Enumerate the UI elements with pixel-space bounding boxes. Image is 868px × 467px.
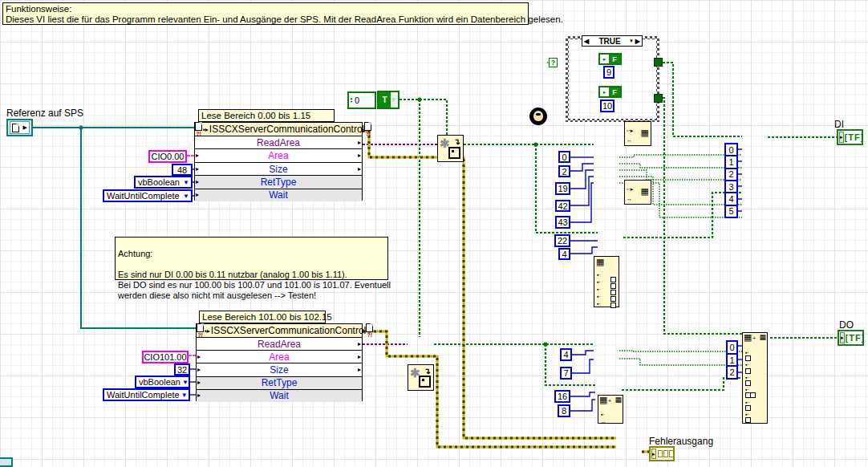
- di-indicator[interactable]: ▸ [TF]: [837, 129, 863, 145]
- refnum-arrow-icon: ▶: [23, 124, 27, 131]
- di-index-constant-0[interactable]: 0: [558, 151, 570, 163]
- dropdown-icon[interactable]: ▼: [180, 392, 189, 399]
- invoke1-row-size[interactable]: ▸Size▸: [195, 163, 362, 176]
- error-output-indicator[interactable]: ▸: [649, 446, 675, 461]
- case-prev-arrow-icon[interactable]: ◀: [582, 38, 590, 45]
- invoke-node-readarea-1[interactable]: ?! ▪▸ ISSCXServerCommunicationControl ?!…: [194, 122, 363, 201]
- di-label: DI: [834, 119, 844, 130]
- do-index-constant-0[interactable]: 4: [560, 348, 572, 361]
- invoke2-row-area[interactable]: ▸Area▸: [197, 351, 362, 363]
- initialize-array-node-2[interactable]: ▫·▸ ↔ ▦: [624, 180, 651, 205]
- bool-array-constant-index[interactable]: ▲▼ 0: [347, 91, 376, 109]
- data-box-icon: [448, 147, 460, 159]
- invoke2-row-readarea[interactable]: ReadArea▸: [197, 338, 362, 351]
- invoke1-row-rettype[interactable]: ▸RetType: [195, 176, 362, 189]
- down-arrow-icon: ↴: [454, 138, 460, 146]
- case-selector[interactable]: ◀ TRUE ▼ ▶: [582, 35, 643, 47]
- comment-achtung: Achtung: Es sind nur DI 0.00 bis 0.11 nu…: [115, 237, 388, 280]
- init-array-size-2[interactable]: 10: [600, 99, 614, 112]
- invoke2-error-out-icon: ?!: [367, 332, 372, 338]
- false-constant-2[interactable]: ▸F: [598, 86, 622, 98]
- do-indicator[interactable]: ▸ [TF]: [838, 330, 864, 346]
- invoke2-refnum-out-icon: [366, 323, 373, 332]
- invoke1-error-out-icon: ?!: [365, 131, 371, 136]
- invoke1-error-in-icon: ?!: [196, 131, 201, 136]
- false-constant-1[interactable]: ▸F: [598, 53, 622, 65]
- di-subset-length-constant[interactable]: 4: [558, 248, 570, 260]
- wait-enum-constant-1[interactable]: WaitUntilComplete▼: [103, 189, 193, 202]
- invoke1-refnum-out-icon: [364, 122, 371, 131]
- di-subset-index-constant[interactable]: 22: [554, 234, 570, 247]
- do-subset-index-constant[interactable]: 16: [554, 390, 570, 403]
- initialize-array-node-1[interactable]: ▫·▸ ↔ ▦: [624, 121, 651, 146]
- error-output-label: Fehlerausgang: [649, 436, 713, 447]
- size-constant-1[interactable]: 48: [172, 164, 193, 176]
- error-cluster-icon: [658, 450, 674, 457]
- case-selector-terminal[interactable]: ?: [549, 58, 558, 67]
- di-index-constant-3[interactable]: 42: [555, 200, 570, 212]
- rettype-enum-constant-1[interactable]: vbBoolean▼: [134, 176, 193, 189]
- invoke1-title: ISSCXServerCommunicationControl: [209, 124, 364, 135]
- sps-refnum-control[interactable]: ▶: [6, 119, 33, 136]
- dropdown-icon[interactable]: ▼: [180, 379, 190, 386]
- do-subset-length-constant[interactable]: 8: [558, 404, 570, 417]
- comment-funktionsweise: Funktionsweise: Dieses VI liest die für …: [2, 2, 529, 25]
- dropdown-icon[interactable]: ▼: [181, 193, 191, 200]
- di-index-constant-1[interactable]: 2: [558, 165, 570, 177]
- dropdown-icon[interactable]: ▼: [181, 179, 191, 186]
- invoke-node-readarea-2[interactable]: ?! ▪▸ ISSCXServerCommunicationControl ?!…: [196, 323, 363, 401]
- comment-achtung-title: Achtung:: [118, 249, 385, 259]
- variant-to-data-node-1[interactable]: ✱ ↴: [437, 135, 464, 162]
- labview-block-diagram: Funktionsweise: Dieses VI liest die für …: [0, 0, 868, 467]
- invoke1-row-readarea[interactable]: ReadArea▸: [195, 136, 362, 149]
- array-grid-icon: ▦: [596, 258, 604, 266]
- area-string-constant-1[interactable]: CIO0.00: [148, 150, 187, 163]
- invoke2-title: ISSCXServerCommunicationControl: [211, 325, 366, 336]
- di-index-constant-4[interactable]: 43: [555, 216, 570, 229]
- di-index-constant-2[interactable]: 19: [555, 182, 570, 195]
- invoke2-error-in-icon: ?!: [197, 332, 203, 338]
- array-grid-icon: ▦: [641, 187, 649, 196]
- invoke2-row-rettype[interactable]: ▸RetType: [197, 377, 362, 390]
- data-box-icon: [419, 376, 431, 388]
- case-next-arrow-icon[interactable]: ▶: [634, 38, 642, 45]
- case-output-tunnel-2[interactable]: [654, 94, 663, 103]
- area-string-constant-2[interactable]: CIO101.00: [142, 351, 189, 363]
- indicator-arrow-icon: ▸: [839, 132, 844, 143]
- do-replace-index-column: 0 1 2: [726, 340, 738, 380]
- invoke2-method-icon: ▪▸: [205, 327, 210, 335]
- bool-array-constant-element[interactable]: TF: [377, 91, 400, 109]
- offscreen-terminal[interactable]: [0, 457, 13, 467]
- indicator-arrow-icon: ▸: [840, 332, 845, 343]
- comment-achtung-body: Es sind nur DI 0.00 bis 0.11 nutzbar (an…: [118, 270, 385, 301]
- wait-enum-constant-2[interactable]: WaitUntilComplete▼: [103, 388, 190, 401]
- reference-label: Referenz auf SPS: [6, 108, 83, 119]
- invoke1-method-icon: ▪▸: [203, 126, 209, 133]
- index-array-node-di[interactable]: ▦ ▪· ▪· ▪· ▪· ▪·: [594, 256, 619, 307]
- indicator-arrow-icon: ▸: [651, 449, 656, 459]
- case-output-tunnel-1[interactable]: [654, 58, 663, 67]
- do-replace-index-2[interactable]: 2: [726, 365, 738, 380]
- replace-array-subset-node-di[interactable]: ▦ + ▦ ▪· ▪· ▪· ▪· ▪· ▪·: [742, 332, 768, 424]
- variant-to-data-node-2[interactable]: ✱ ↴: [408, 364, 434, 391]
- down-arrow-icon: ↴: [424, 368, 431, 376]
- invoke1-row-area[interactable]: ▸Area▸: [195, 149, 362, 162]
- do-label: DO: [839, 319, 854, 331]
- refnum-page-icon: [12, 124, 19, 132]
- invoke1-row-wait[interactable]: ▸Wait: [195, 189, 362, 201]
- invoke2-caption[interactable]: Lese Bereich 101.00 bis 102.15: [199, 311, 326, 323]
- rettype-enum-constant-2[interactable]: vbBoolean▼: [135, 376, 190, 388]
- do-index-constant-1[interactable]: 7: [560, 367, 572, 380]
- size-constant-2[interactable]: 32: [174, 363, 190, 376]
- first-call-icon[interactable]: [529, 108, 547, 125]
- invoke2-row-size[interactable]: ▸Size▸: [197, 363, 362, 376]
- invoke2-refnum-in-icon: [197, 323, 204, 332]
- di-replace-index-5[interactable]: 5: [724, 205, 738, 218]
- comment-funktionsweise-title: Funktionsweise:: [6, 4, 525, 14]
- array-subset-node-di[interactable]: ▦ + ▦ ▪· ↔: [598, 395, 623, 424]
- invoke2-row-wait[interactable]: ▸Wait: [197, 390, 362, 402]
- invoke1-refnum-in-icon: [195, 122, 202, 131]
- init-array-size-1[interactable]: 9: [603, 66, 614, 79]
- invoke1-caption[interactable]: Lese Bereich 0.00 bis 1.15: [198, 109, 335, 122]
- case-selector-value[interactable]: TRUE: [590, 37, 629, 46]
